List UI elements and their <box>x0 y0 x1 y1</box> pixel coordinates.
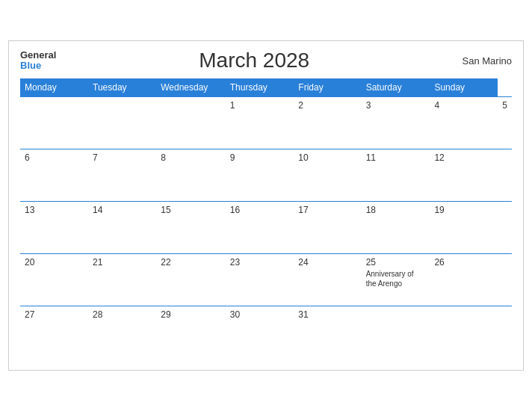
logo: General Blue <box>20 50 56 72</box>
weekday-header-row: Monday Tuesday Wednesday Thursday Friday… <box>20 78 512 97</box>
table-row: 18 <box>362 202 430 254</box>
day-number: 1 <box>230 100 235 111</box>
day-number: 13 <box>25 205 34 215</box>
day-number: 23 <box>230 257 240 268</box>
table-row: 2 <box>294 97 361 149</box>
table-row <box>20 97 88 149</box>
calendar-header: General Blue March 2028 San Marino <box>20 49 512 72</box>
day-number: 31 <box>298 309 308 320</box>
table-row: 23 <box>226 254 294 306</box>
table-row: 9 <box>226 149 294 202</box>
day-number: 21 <box>93 257 102 268</box>
table-row: 30 <box>226 306 294 359</box>
table-row: 29 <box>156 306 226 359</box>
calendar-week-row: 2728293031 <box>20 306 512 359</box>
day-number: 8 <box>161 152 166 163</box>
logo-blue-text: Blue <box>20 61 41 71</box>
calendar-container: General Blue March 2028 San Marino Monda… <box>8 40 524 371</box>
table-row: 17 <box>294 202 361 254</box>
table-row: 7 <box>88 149 156 202</box>
table-row: 4 <box>430 97 498 149</box>
table-row: 8 <box>156 149 226 202</box>
col-monday: Monday <box>20 78 88 97</box>
day-number: 15 <box>161 205 170 215</box>
table-row: 31 <box>294 306 361 359</box>
day-number: 17 <box>298 205 308 215</box>
table-row: 1 <box>226 97 294 149</box>
col-sunday: Sunday <box>430 78 498 97</box>
calendar-week-row: 13141516171819 <box>20 202 512 254</box>
day-number: 30 <box>230 309 240 320</box>
col-tuesday: Tuesday <box>88 78 156 97</box>
calendar-week-row: 202122232425Anniversary of the Arengo26 <box>20 254 512 306</box>
day-number: 19 <box>434 205 444 215</box>
table-row: 6 <box>20 149 88 202</box>
day-number: 2 <box>298 100 303 111</box>
table-row <box>362 306 430 359</box>
calendar-title: March 2028 <box>56 49 452 72</box>
day-number: 6 <box>25 152 30 163</box>
day-number: 18 <box>366 205 376 215</box>
day-number: 16 <box>230 205 240 215</box>
table-row: 15 <box>156 202 226 254</box>
day-number: 9 <box>230 152 235 163</box>
day-number: 11 <box>366 152 376 163</box>
day-number: 12 <box>434 152 444 163</box>
table-row: 26 <box>430 254 498 306</box>
day-number: 3 <box>366 100 371 111</box>
col-saturday: Saturday <box>362 78 430 97</box>
calendar-week-row: 6789101112 <box>20 149 512 202</box>
table-row: 21 <box>88 254 156 306</box>
day-number: 14 <box>93 205 102 215</box>
table-row: 13 <box>20 202 88 254</box>
day-number: 28 <box>93 309 102 320</box>
logo-general-text: General <box>20 50 56 61</box>
table-row: 22 <box>156 254 226 306</box>
day-number: 26 <box>434 257 444 268</box>
table-row <box>430 306 498 359</box>
calendar-table: Monday Tuesday Wednesday Thursday Friday… <box>20 78 512 359</box>
calendar-week-row: 12345 <box>20 97 512 149</box>
day-number: 20 <box>25 257 34 268</box>
day-number: 5 <box>502 100 507 111</box>
table-row: 3 <box>362 97 430 149</box>
table-row: 11 <box>362 149 430 202</box>
table-row <box>156 97 226 149</box>
col-friday: Friday <box>294 78 361 97</box>
table-row <box>88 97 156 149</box>
table-row: 27 <box>20 306 88 359</box>
table-row: 28 <box>88 306 156 359</box>
day-number: 25 <box>366 257 376 268</box>
day-number: 22 <box>161 257 170 268</box>
col-thursday: Thursday <box>226 78 294 97</box>
country-label: San Marino <box>452 55 512 67</box>
day-number: 24 <box>298 257 308 268</box>
event-label: Anniversary of the Arengo <box>366 269 426 288</box>
table-row: 16 <box>226 202 294 254</box>
col-wednesday: Wednesday <box>156 78 226 97</box>
table-row: 14 <box>88 202 156 254</box>
table-row: 24 <box>294 254 361 306</box>
day-number: 7 <box>93 152 98 163</box>
table-row: 12 <box>430 149 498 202</box>
table-row: 19 <box>430 202 498 254</box>
day-number: 29 <box>161 309 170 320</box>
table-row: 25Anniversary of the Arengo <box>362 254 430 306</box>
day-number: 4 <box>434 100 439 111</box>
table-row: 10 <box>294 149 361 202</box>
day-number: 27 <box>25 309 34 320</box>
day-number: 10 <box>298 152 308 163</box>
table-row: 20 <box>20 254 88 306</box>
table-row: 5 <box>498 97 512 149</box>
